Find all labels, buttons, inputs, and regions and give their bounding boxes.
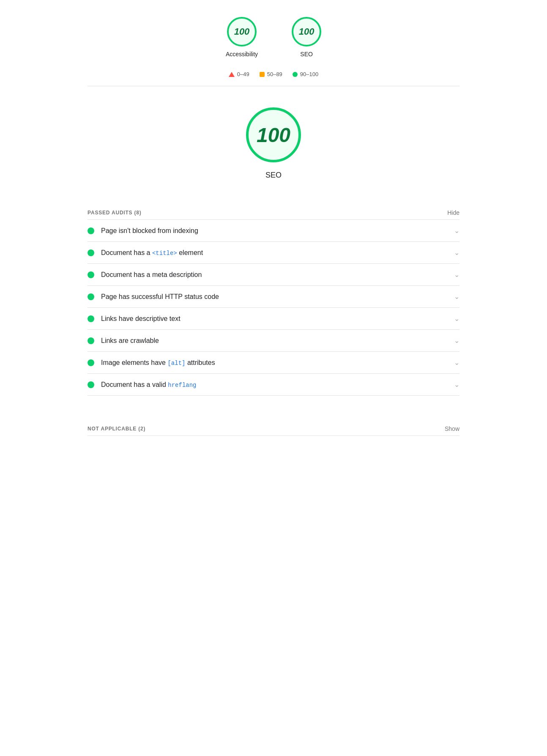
audit-item-crawlable-links: Links are crawlable ⌄: [88, 330, 459, 352]
audit-pass-dot: [88, 359, 94, 366]
audit-text-title-element: Document has a <title> element: [101, 249, 203, 257]
accessibility-score-value: 100: [234, 26, 250, 37]
legend-average: 50–89: [260, 71, 282, 77]
audit-item-meta-description: Document has a meta description ⌄: [88, 264, 459, 286]
score-legend: 0–49 50–89 90–100: [88, 66, 459, 86]
audit-pass-dot: [88, 271, 94, 278]
audit-pass-dot: [88, 337, 94, 344]
not-applicable-section: NOT APPLICABLE (2) Show: [88, 396, 459, 436]
seo-score-circle-large: 100: [246, 107, 301, 162]
chevron-down-icon[interactable]: ⌄: [454, 315, 459, 323]
legend-pass-label: 90–100: [300, 71, 318, 77]
chevron-down-icon[interactable]: ⌄: [454, 227, 459, 235]
audit-pass-dot: [88, 315, 94, 322]
audit-item-alt-attributes: Image elements have [alt] attributes ⌄: [88, 352, 459, 374]
seo-score-label-small: SEO: [300, 51, 313, 58]
audit-list: Page isn't blocked from indexing ⌄ Docum…: [88, 219, 459, 396]
seo-score-item: 100 SEO: [292, 17, 321, 58]
legend-pass: 90–100: [293, 71, 318, 77]
title-code-tag: <title>: [152, 250, 177, 257]
average-icon: [260, 72, 265, 77]
chevron-down-icon[interactable]: ⌄: [454, 359, 459, 367]
accessibility-score-label: Accessibility: [226, 51, 258, 58]
audit-text-alt-attributes: Image elements have [alt] attributes: [101, 359, 215, 367]
audit-text-http-status: Page has successful HTTP status code: [101, 293, 219, 301]
audit-pass-dot: [88, 249, 94, 256]
chevron-down-icon[interactable]: ⌄: [454, 381, 459, 389]
show-button[interactable]: Show: [445, 425, 459, 432]
chevron-down-icon[interactable]: ⌄: [454, 271, 459, 279]
audit-pass-dot: [88, 381, 94, 388]
alt-code-tag: [alt]: [167, 360, 185, 367]
legend-fail: 0–49: [229, 71, 249, 77]
audit-text-meta-description: Document has a meta description: [101, 271, 202, 279]
seo-score-value-small: 100: [299, 26, 315, 37]
accessibility-score-circle: 100: [227, 17, 257, 47]
audit-text-hreflang: Document has a valid hreflang: [101, 381, 197, 389]
accessibility-score-item: 100 Accessibility: [226, 17, 258, 58]
audit-item-descriptive-links: Links have descriptive text ⌄: [88, 308, 459, 330]
seo-score-value-large: 100: [257, 123, 290, 147]
chevron-down-icon[interactable]: ⌄: [454, 249, 459, 257]
fail-icon: [229, 72, 235, 77]
hide-button[interactable]: Hide: [447, 209, 459, 216]
seo-score-circle-small: 100: [292, 17, 321, 47]
seo-score-label-large: SEO: [265, 171, 282, 180]
chevron-down-icon[interactable]: ⌄: [454, 293, 459, 301]
passed-audits-title: PASSED AUDITS (8): [88, 210, 142, 216]
hreflang-code-tag: hreflang: [168, 382, 196, 389]
not-applicable-title: NOT APPLICABLE (2): [88, 426, 145, 432]
top-scores-section: 100 Accessibility 100 SEO: [88, 0, 459, 66]
legend-average-label: 50–89: [267, 71, 282, 77]
audit-pass-dot: [88, 293, 94, 300]
audit-item-hreflang: Document has a valid hreflang ⌄: [88, 374, 459, 396]
chevron-down-icon[interactable]: ⌄: [454, 337, 459, 345]
audit-text-crawlable-links: Links are crawlable: [101, 337, 159, 345]
not-applicable-divider: [88, 436, 459, 436]
main-score-section: 100 SEO: [88, 86, 459, 197]
audit-item-http-status: Page has successful HTTP status code ⌄: [88, 286, 459, 308]
not-applicable-header: NOT APPLICABLE (2) Show: [88, 413, 459, 436]
audit-text-descriptive-links: Links have descriptive text: [101, 315, 181, 323]
legend-fail-label: 0–49: [237, 71, 249, 77]
audit-pass-dot: [88, 227, 94, 234]
pass-icon: [293, 72, 298, 77]
audit-item-no-indexing-blocked: Page isn't blocked from indexing ⌄: [88, 220, 459, 242]
audit-item-title-element: Document has a <title> element ⌄: [88, 242, 459, 264]
audit-text-no-indexing-blocked: Page isn't blocked from indexing: [101, 227, 198, 235]
passed-audits-header: PASSED AUDITS (8) Hide: [88, 197, 459, 219]
